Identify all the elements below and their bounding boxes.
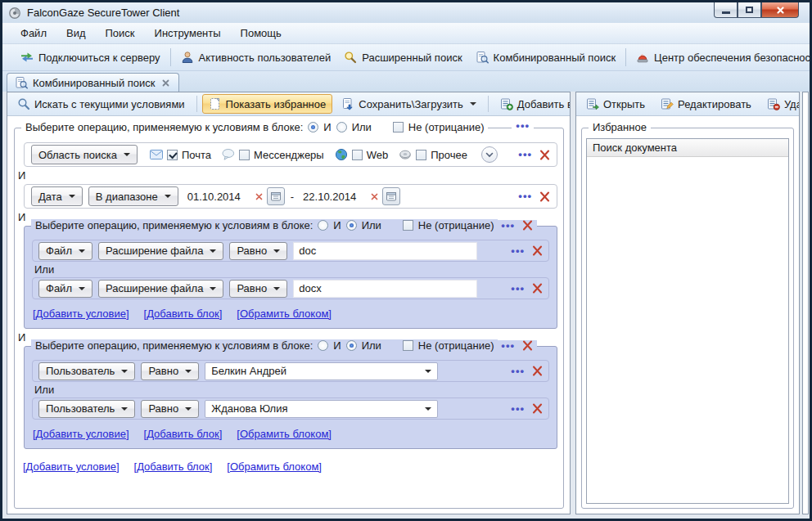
user-op-dropdown[interactable]: Равно — [141, 400, 199, 418]
subtoolbar-separator — [196, 96, 197, 112]
tab-close-icon[interactable] — [160, 78, 171, 88]
favorites-list-item[interactable]: Поиск документа — [587, 139, 788, 157]
tab-combined-search[interactable]: Комбинированный поиск — [7, 73, 179, 92]
file-attr-dropdown[interactable]: Расширение файла — [98, 242, 223, 260]
file-attr-dropdown[interactable]: Расширение файла — [98, 280, 223, 298]
scope-field-dropdown[interactable]: Область поиска — [31, 145, 138, 164]
user-field-dropdown[interactable]: Пользователь — [38, 400, 135, 418]
file-op-dropdown[interactable]: Равно — [229, 242, 287, 260]
more-options-icon[interactable]: ••• — [518, 150, 532, 159]
more-options-icon[interactable]: ••• — [511, 367, 525, 375]
delete-condition-button[interactable] — [539, 150, 550, 160]
add-block-link[interactable]: [Добавить блок] — [144, 308, 223, 320]
file-field-dropdown[interactable]: Файл — [38, 242, 92, 260]
root-or-label: Или — [352, 121, 372, 133]
more-options-icon[interactable]: ••• — [511, 285, 525, 293]
close-button[interactable] — [761, 2, 799, 18]
connect-server-button[interactable]: Подключиться к серверу — [14, 47, 167, 67]
menu-file[interactable]: Файл — [11, 24, 56, 43]
add-condition-link[interactable]: [Добавить условие] — [23, 460, 120, 473]
add-block-link[interactable]: [Добавить блок] — [144, 428, 223, 440]
clear-date-from-button[interactable] — [255, 193, 263, 200]
add-condition-link[interactable]: [Добавить условие] — [33, 428, 129, 440]
user-field-dropdown[interactable]: Пользователь — [38, 362, 135, 380]
user-or-radio[interactable] — [346, 340, 357, 351]
delete-block-button[interactable] — [522, 340, 533, 351]
file-or-radio[interactable] — [346, 220, 357, 231]
more-options-icon[interactable]: ••• — [518, 192, 532, 200]
root-and-radio[interactable] — [308, 122, 318, 132]
file-op-dropdown[interactable]: Равно — [229, 280, 287, 298]
delete-block-button[interactable] — [522, 220, 533, 231]
root-or-radio[interactable] — [336, 122, 347, 132]
or-joiner-label: Или — [25, 262, 557, 277]
user-value-combobox[interactable]: Белкин Андрей — [205, 362, 438, 380]
favorites-list[interactable]: Поиск документа — [586, 138, 789, 504]
date-range-dash: - — [285, 191, 300, 203]
date-to-calendar-button[interactable] — [382, 187, 400, 205]
menu-search[interactable]: Поиск — [96, 24, 145, 43]
run-search-button[interactable]: Искать с текущими условиями — [11, 94, 192, 114]
chevron-down-icon — [69, 195, 75, 198]
wrap-block-link[interactable]: [Обрамить блоком] — [237, 308, 332, 320]
user-not-checkbox[interactable] — [403, 340, 413, 351]
maximize-button[interactable] — [738, 2, 761, 18]
file-value-input[interactable]: doc — [293, 242, 477, 260]
security-center-button[interactable]: Центр обеспечения безопасности — [629, 47, 810, 67]
file-and-radio[interactable] — [318, 220, 328, 231]
delete-favorite-button[interactable]: Удалить — [760, 94, 799, 114]
add-condition-link[interactable]: [Добавить условие] — [33, 308, 129, 320]
combined-search-button[interactable]: Комбинированный поиск — [469, 47, 623, 67]
date-field-dropdown[interactable]: Дата — [31, 186, 83, 206]
delete-condition-button[interactable] — [532, 245, 543, 256]
web-label: Web — [367, 149, 389, 161]
delete-condition-button[interactable] — [532, 403, 543, 414]
wrap-block-link[interactable]: [Обрамить блоком] — [227, 460, 322, 473]
menu-help[interactable]: Помощь — [231, 24, 291, 43]
menu-view[interactable]: Вид — [56, 24, 96, 43]
wrap-block-link[interactable]: [Обрамить блоком] — [237, 428, 332, 440]
other-checkbox[interactable] — [416, 150, 426, 160]
remove-x-icon — [532, 245, 543, 256]
show-favorites-button[interactable]: Показать избранное — [202, 94, 333, 114]
date-from-value[interactable]: 01.10.2014 — [184, 191, 251, 203]
expand-scope-button[interactable] — [481, 146, 498, 163]
chevron-down-icon — [425, 370, 431, 373]
more-options-icon[interactable]: ••• — [501, 342, 515, 350]
open-favorite-button[interactable]: Открыть — [580, 94, 652, 114]
add-block-link[interactable]: [Добавить блок] — [134, 460, 213, 473]
file-value-input[interactable]: docx — [293, 280, 477, 298]
delete-condition-button[interactable] — [532, 283, 543, 294]
more-options-icon[interactable]: ••• — [511, 247, 525, 255]
clear-date-to-button[interactable] — [371, 193, 378, 200]
date-to-value[interactable]: 22.10.2014 — [300, 191, 367, 203]
save-load-button[interactable]: Сохранить\Загрузить — [335, 94, 483, 114]
file-not-checkbox[interactable] — [403, 220, 413, 231]
menu-tools[interactable]: Инструменты — [145, 24, 231, 43]
delete-condition-button[interactable] — [539, 191, 550, 202]
add-favorite-icon — [500, 97, 513, 110]
mail-checkbox[interactable] — [167, 150, 178, 160]
date-from-calendar-button[interactable] — [267, 187, 285, 205]
delete-condition-button[interactable] — [532, 366, 543, 376]
advanced-search-button[interactable]: Расширенный поиск — [337, 47, 468, 67]
user-op-dropdown[interactable]: Равно — [141, 362, 199, 380]
mail-label: Почта — [182, 149, 211, 161]
more-options-icon[interactable]: ••• — [511, 405, 525, 413]
add-favorite-button[interactable]: Добавить в избранное — [494, 94, 570, 114]
more-options-icon[interactable]: ••• — [516, 122, 530, 130]
edit-favorite-button[interactable]: Редактировать — [654, 94, 758, 114]
root-not-checkbox[interactable] — [393, 122, 404, 132]
favorites-doc-icon — [209, 97, 222, 110]
web-checkbox[interactable] — [352, 150, 363, 160]
calendar-icon — [386, 191, 397, 202]
menu-bar: Файл Вид Поиск Инструменты Помощь — [2, 23, 810, 44]
user-value-combobox[interactable]: Жданова Юлия — [205, 400, 438, 418]
user-activity-button[interactable]: Активность пользователей — [174, 47, 338, 67]
messengers-checkbox[interactable] — [239, 150, 250, 160]
date-operator-dropdown[interactable]: В диапазоне — [88, 186, 178, 206]
minimize-button[interactable] — [714, 2, 738, 18]
file-field-dropdown[interactable]: Файл — [38, 280, 92, 298]
user-and-radio[interactable] — [318, 340, 328, 351]
more-options-icon[interactable]: ••• — [501, 222, 515, 230]
